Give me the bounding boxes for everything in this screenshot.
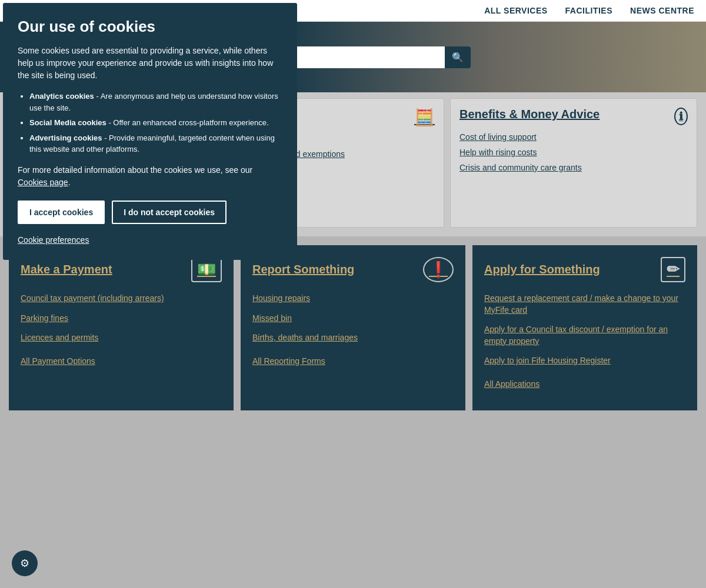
cookies-page-link[interactable]: Cookies page — [18, 178, 68, 187]
link-all-applications[interactable]: All Applications — [484, 379, 685, 390]
analytics-cookies-label: Analytics cookies — [29, 92, 94, 101]
service-link-crisis-community[interactable]: Crisis and community care grants — [459, 163, 688, 172]
advertising-cookies-label: Advertising cookies — [29, 133, 102, 142]
link-housing-repairs[interactable]: Housing repairs — [252, 293, 454, 305]
cookie-types-list: Analytics cookies - Are anonymous and he… — [18, 91, 282, 155]
make-payment-title[interactable]: Make a Payment 💵 — [21, 257, 222, 282]
social-cookies-detail: - Offer an enhanced cross-platform exper… — [106, 118, 269, 127]
make-payment-title-text: Make a Payment — [21, 263, 112, 276]
bottom-cards-row: Make a Payment 💵 Council tax payment (in… — [9, 245, 697, 410]
link-parking-fines[interactable]: Parking fines — [21, 313, 222, 325]
report-something-card: Report Something ❗ Housing repairs Misse… — [241, 245, 465, 410]
cookie-type-social: Social Media cookies - Offer an enhanced… — [29, 117, 282, 129]
cookie-type-advertising: Advertising cookies - Provide meaningful… — [29, 132, 282, 155]
link-council-tax-exemption[interactable]: Apply for a Council tax discount / exemp… — [484, 324, 685, 347]
settings-button[interactable]: ⚙ — [12, 550, 38, 576]
cookie-buttons: I accept cookies I do not accept cookies — [18, 201, 282, 224]
service-link-help-rising-costs[interactable]: Help with rising costs — [459, 148, 688, 157]
benefits-title-text: Benefits & Money Advice — [459, 108, 600, 121]
bottom-section: Make a Payment 💵 Council tax payment (in… — [0, 236, 706, 419]
link-births-deaths[interactable]: Births, deaths and marriages — [252, 332, 454, 344]
pencil-icon: ✏ — [661, 257, 685, 282]
report-something-title-text: Report Something — [252, 263, 354, 276]
cookie-preferences-link[interactable]: Cookie preferences — [18, 235, 89, 245]
cookie-title: Our use of cookies — [18, 18, 282, 36]
service-link-cost-of-living[interactable]: Cost of living support — [459, 132, 688, 142]
link-housing-register[interactable]: Apply to join Fife Housing Register — [484, 355, 685, 367]
link-all-payments[interactable]: All Payment Options — [21, 356, 222, 368]
nav-news-centre[interactable]: NEWS CENTRE — [630, 6, 694, 15]
cookie-more-info: For more detailed information about the … — [18, 164, 282, 189]
apply-something-card: Apply for Something ✏ Request a replacem… — [472, 245, 697, 410]
accept-cookies-button[interactable]: I accept cookies — [18, 201, 105, 224]
nav-facilities[interactable]: FACILITIES — [565, 6, 612, 15]
benefits-money-card: Benefits & Money Advice ℹ Cost of living… — [450, 98, 697, 228]
make-payment-card: Make a Payment 💵 Council tax payment (in… — [9, 245, 234, 410]
payment-icon: 💵 — [191, 257, 222, 282]
report-something-title[interactable]: Report Something ❗ — [252, 257, 454, 282]
link-missed-bin[interactable]: Missed bin — [252, 313, 454, 325]
benefits-card-title: Benefits & Money Advice ℹ — [459, 108, 688, 125]
apply-something-title[interactable]: Apply for Something ✏ — [484, 257, 685, 282]
apply-something-title-text: Apply for Something — [484, 263, 600, 276]
cookie-description: Some cookies used are essential to provi… — [18, 45, 282, 82]
link-all-reporting[interactable]: All Reporting Forms — [252, 356, 454, 368]
search-button[interactable]: 🔍 — [445, 46, 471, 68]
main-nav: ALL SERVICES FACILITIES NEWS CENTRE — [484, 6, 694, 15]
nav-all-services[interactable]: ALL SERVICES — [484, 6, 547, 15]
cookie-banner: Our use of cookies Some cookies used are… — [3, 3, 297, 260]
social-cookies-label: Social Media cookies — [29, 118, 106, 127]
link-licences-permits[interactable]: Licences and permits — [21, 332, 222, 344]
calculator-icon: 🧮 — [414, 108, 435, 127]
link-replacement-card[interactable]: Request a replacement card / make a chan… — [484, 293, 685, 316]
cookie-type-analytics: Analytics cookies - Are anonymous and he… — [29, 91, 282, 113]
alert-icon: ❗ — [423, 257, 454, 282]
link-council-tax-payment[interactable]: Council tax payment (including arrears) — [21, 293, 222, 305]
info-icon: ℹ — [674, 108, 688, 125]
decline-cookies-button[interactable]: I do not accept cookies — [112, 201, 227, 224]
